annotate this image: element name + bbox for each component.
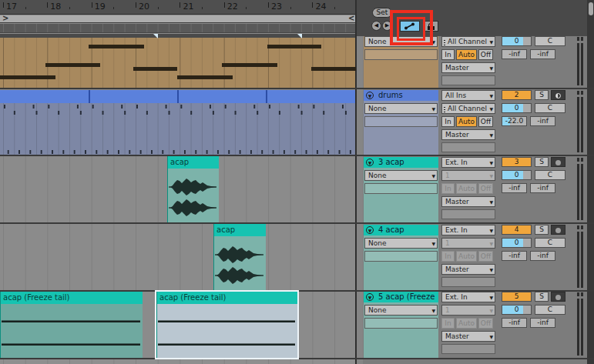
audio-clip[interactable]: acap bbox=[213, 224, 266, 290]
input-channel-chooser[interactable]: All Channel▼ bbox=[441, 103, 495, 114]
midi-from-chooser[interactable]: None▼ bbox=[364, 170, 438, 181]
scrollbar-thumb[interactable] bbox=[589, 2, 593, 15]
monitor-auto-button[interactable]: Auto bbox=[456, 116, 477, 127]
arm-record-button[interactable] bbox=[551, 225, 565, 235]
send-a-field[interactable]: -inf bbox=[502, 318, 527, 328]
clip-waveform-body[interactable] bbox=[0, 304, 143, 358]
midi-from-chooser[interactable]: None▼ bbox=[364, 305, 438, 316]
input-channel-chooser[interactable]: All Channel▼ bbox=[441, 36, 495, 47]
track-name-header[interactable]: ▼5 acap (Freeze bbox=[364, 292, 438, 302]
clip-title-bar[interactable]: acap (Freeze tail) bbox=[0, 292, 143, 304]
prev-locator-button[interactable]: ◀ bbox=[371, 21, 381, 31]
monitor-auto-button[interactable]: Auto bbox=[456, 318, 477, 329]
beat-time-ruler[interactable]: 1718192021222324 bbox=[0, 0, 356, 15]
send-a-field[interactable]: -inf bbox=[502, 183, 527, 193]
clip-waveform-body[interactable] bbox=[156, 304, 297, 358]
track-name-header[interactable]: ▼drums bbox=[364, 90, 438, 101]
midi-from-chooser[interactable]: None▼ bbox=[364, 103, 438, 114]
midi-from-chooser[interactable]: None▼ bbox=[364, 238, 438, 249]
monitor-off-button[interactable]: Off bbox=[478, 116, 493, 127]
send-a-field[interactable]: -inf bbox=[502, 251, 527, 261]
input-type-chooser[interactable]: Ext. In▼ bbox=[441, 157, 495, 168]
clip-title-bar[interactable]: acap (Freeze tail) bbox=[156, 292, 297, 304]
track-number-button[interactable]: 2 bbox=[502, 90, 532, 100]
clip-waveform-body[interactable] bbox=[167, 169, 219, 222]
track-number-button[interactable]: 3 bbox=[502, 157, 532, 167]
solo-button[interactable]: S bbox=[535, 292, 549, 302]
send-b-field[interactable]: -inf bbox=[530, 183, 555, 193]
monitor-auto-button[interactable]: Auto bbox=[456, 251, 477, 262]
midi-note[interactable] bbox=[267, 45, 321, 48]
monitor-off-button[interactable]: Off bbox=[478, 251, 493, 262]
input-channel-chooser[interactable]: 1▼ bbox=[441, 170, 495, 181]
input-type-chooser[interactable]: Ext. In▼ bbox=[441, 225, 495, 235]
lock-envelopes-button[interactable] bbox=[423, 21, 438, 32]
output-chooser[interactable]: Master▼ bbox=[441, 264, 495, 275]
monitor-in-button[interactable]: In bbox=[441, 251, 455, 262]
midi-note[interactable] bbox=[0, 75, 55, 79]
volume-field[interactable]: 0 bbox=[502, 36, 532, 46]
clip-title-bar[interactable]: acap bbox=[213, 224, 266, 236]
input-channel-chooser[interactable]: 1▼ bbox=[441, 238, 495, 249]
monitor-in-button[interactable]: In bbox=[441, 49, 455, 60]
send-a-field[interactable]: -inf bbox=[502, 49, 527, 59]
volume-field[interactable]: 0 bbox=[502, 103, 532, 113]
audio-clip[interactable]: acap (Freeze tail) bbox=[156, 292, 297, 358]
monitor-off-button[interactable]: Off bbox=[478, 318, 493, 329]
arm-record-button[interactable] bbox=[551, 292, 565, 302]
volume-field[interactable]: 0 bbox=[502, 238, 532, 248]
send-b-field[interactable]: -inf bbox=[530, 318, 555, 328]
volume-field[interactable]: 0 bbox=[502, 170, 532, 180]
monitor-in-button[interactable]: In bbox=[441, 318, 455, 329]
output-chooser[interactable]: Master▼ bbox=[441, 331, 495, 342]
locator-marker-icon[interactable] bbox=[297, 34, 302, 38]
set-locator-button[interactable]: Set bbox=[372, 8, 392, 18]
track-name-header[interactable]: ▼4 acap bbox=[364, 225, 438, 235]
track-name-header[interactable]: ▼3 acap bbox=[364, 157, 438, 168]
send-a-field[interactable]: -22.0 bbox=[502, 116, 527, 126]
output-chooser[interactable]: Master▼ bbox=[441, 62, 495, 73]
locator-marker-icon[interactable] bbox=[153, 34, 158, 38]
monitor-off-button[interactable]: Off bbox=[478, 49, 493, 60]
pan-field[interactable]: C bbox=[535, 238, 565, 248]
midi-from-chooser[interactable]: None▼ bbox=[364, 36, 438, 47]
midi-note[interactable] bbox=[311, 67, 356, 71]
audio-clip[interactable]: acap bbox=[167, 156, 219, 222]
solo-button[interactable]: S bbox=[535, 225, 549, 235]
clip-waveform-body[interactable] bbox=[213, 236, 266, 290]
midi-note[interactable] bbox=[177, 75, 233, 79]
output-chooser[interactable]: Master▼ bbox=[441, 129, 495, 140]
scrub-loop-bar[interactable]: > < bbox=[0, 15, 356, 23]
input-channel-chooser[interactable]: 1▼ bbox=[441, 305, 495, 316]
pan-field[interactable]: C bbox=[535, 103, 565, 113]
midi-note[interactable] bbox=[45, 63, 100, 67]
solo-button[interactable]: S bbox=[535, 90, 549, 100]
next-track-lane[interactable] bbox=[0, 359, 356, 364]
audio-clip[interactable]: acap (Freeze tail) bbox=[0, 292, 143, 358]
track-number-button[interactable]: 4 bbox=[502, 225, 532, 235]
pan-field[interactable]: C bbox=[535, 305, 565, 315]
pan-field[interactable]: C bbox=[535, 36, 565, 46]
volume-field[interactable]: 0 bbox=[502, 305, 532, 315]
input-type-chooser[interactable]: Ext. In▼ bbox=[441, 292, 495, 302]
automation-mode-button[interactable] bbox=[400, 21, 420, 32]
input-type-chooser[interactable]: All Ins▼ bbox=[441, 90, 495, 101]
send-b-field[interactable]: -inf bbox=[530, 49, 555, 59]
monitor-in-button[interactable]: In bbox=[441, 116, 455, 127]
midi-note[interactable] bbox=[222, 63, 277, 67]
unfold-track-button[interactable]: ▼ bbox=[366, 159, 374, 166]
send-b-field[interactable]: -inf bbox=[530, 251, 555, 261]
clip-title-bar[interactable]: acap bbox=[167, 156, 219, 169]
output-chooser[interactable]: Master▼ bbox=[441, 196, 495, 207]
track-number-button[interactable]: 5 bbox=[502, 292, 532, 302]
monitor-auto-button[interactable]: Auto bbox=[456, 183, 477, 194]
monitor-off-button[interactable]: Off bbox=[478, 183, 493, 194]
unfold-track-button[interactable]: ▼ bbox=[366, 293, 374, 301]
arm-record-button[interactable] bbox=[551, 90, 565, 100]
midi-note[interactable] bbox=[89, 45, 144, 48]
monitor-in-button[interactable]: In bbox=[441, 183, 455, 194]
unfold-track-button[interactable]: ▼ bbox=[366, 92, 374, 99]
arm-record-button[interactable] bbox=[551, 157, 565, 167]
vertical-scrollbar[interactable] bbox=[587, 0, 594, 364]
next-locator-button[interactable]: ▶ bbox=[382, 21, 392, 31]
